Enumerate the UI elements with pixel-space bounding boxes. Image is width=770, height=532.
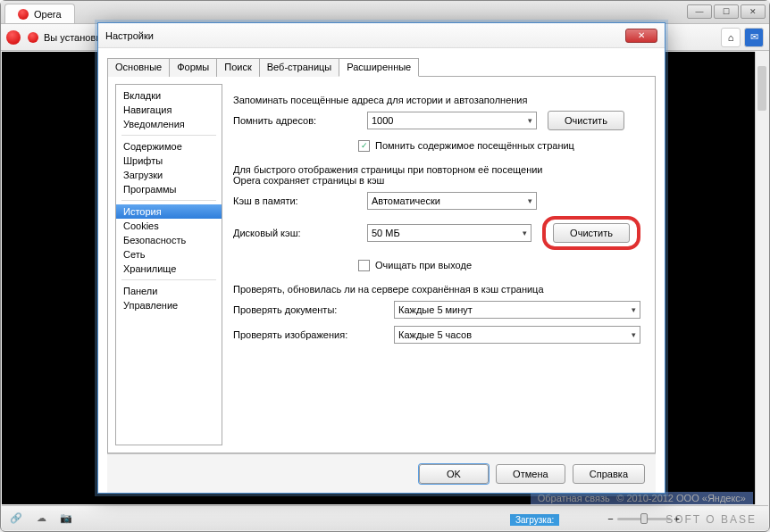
highlight-ring: Очистить (542, 216, 640, 250)
sidebar-item-панели[interactable]: Панели (116, 284, 222, 298)
clear-on-exit-label: Очищать при выходе (375, 260, 472, 270)
clear-history-button[interactable]: Очистить (548, 111, 624, 130)
sidebar-item-уведомления[interactable]: Уведомления (116, 117, 222, 131)
dialog-tabs: ОсновныеФормыПоискВеб-страницыРасширенны… (107, 57, 656, 77)
opera-logo-icon (18, 9, 29, 20)
maximize-button[interactable]: ☐ (714, 4, 739, 19)
sidebar-item-сеть[interactable]: Сеть (116, 247, 222, 262)
settings-pane: Запоминать посещённые адреса для истории… (230, 77, 655, 453)
tab-веб-страницы[interactable]: Веб-страницы (259, 58, 340, 77)
sidebar-item-управление[interactable]: Управление (116, 298, 222, 312)
zoom-out-icon[interactable]: − (607, 513, 613, 524)
sidebar-separator (121, 279, 216, 280)
link-icon[interactable]: 🔗 (9, 511, 23, 526)
browser-tab[interactable]: Opera (4, 4, 75, 23)
sidebar-item-навигация[interactable]: Навигация (116, 103, 222, 117)
clear-disk-cache-button[interactable]: Очистить (553, 223, 630, 243)
sidebar-item-программы[interactable]: Программы (116, 182, 222, 196)
site-icon (28, 32, 38, 43)
tab-расширенные[interactable]: Расширенные (339, 58, 419, 77)
tab-bar: Opera (1, 1, 769, 24)
cache-intro: Для быстрого отображения страницы при по… (233, 164, 640, 186)
watermark: SOFT O BASE (665, 513, 757, 526)
copyright-bar: Обратная связь © 2010-2012 ООО «Яндекс» (531, 492, 753, 504)
home-icon[interactable]: ⌂ (721, 28, 741, 47)
disk-cache-label: Дисковый кэш: (233, 228, 367, 238)
tab-title: Opera (34, 9, 62, 20)
sidebar-separator (121, 200, 216, 201)
check-docs-label: Проверять документы: (233, 304, 394, 315)
browser-window: — ☐ ✕ Opera Вы установи ← → ⌂ ✉ Обратная… (0, 0, 770, 532)
remember-content-checkbox[interactable]: ✓ (358, 140, 370, 152)
camera-icon[interactable]: 📷 (59, 511, 73, 526)
sidebar-item-шрифты[interactable]: Шрифты (116, 154, 222, 168)
dialog-title: Настройки (105, 30, 154, 41)
tab-поиск[interactable]: Поиск (216, 58, 259, 77)
close-button[interactable]: ✕ (741, 4, 766, 19)
sidebar-item-загрузки[interactable]: Загрузки (116, 168, 222, 182)
ok-button[interactable]: OK (419, 464, 489, 484)
sidebar-separator (121, 135, 216, 136)
cancel-button[interactable]: Отмена (496, 464, 565, 484)
minimize-button[interactable]: — (687, 4, 712, 19)
window-controls: — ☐ ✕ (687, 4, 766, 19)
check-docs-combo[interactable]: Каждые 5 минут (394, 301, 640, 319)
help-button[interactable]: Справка (573, 464, 645, 484)
sidebar-item-безопасность[interactable]: Безопасность (116, 233, 222, 247)
vertical-scrollbar[interactable] (755, 52, 768, 504)
mem-cache-label: Кэш в памяти: (233, 195, 367, 206)
check-imgs-label: Проверять изображения: (233, 329, 394, 340)
remember-content-label: Помнить содержимое посещённых страниц (375, 140, 574, 151)
check-imgs-combo[interactable]: Каждые 5 часов (394, 326, 640, 344)
loading-badge: Загрузка: (510, 514, 559, 526)
cloud-icon[interactable]: ☁ (34, 511, 48, 526)
sidebar-item-история[interactable]: История (116, 204, 222, 219)
remember-count-label: Помнить адресов: (233, 115, 367, 126)
sidebar-item-хранилище[interactable]: Хранилище (116, 262, 222, 276)
dialog-titlebar: Настройки ✕ (98, 23, 665, 48)
address-field[interactable]: Вы установи (24, 32, 101, 43)
remember-intro: Запоминать посещённые адреса для истории… (233, 95, 640, 105)
sidebar-item-содержимое[interactable]: Содержимое (116, 139, 222, 154)
sidebar-item-cookies[interactable]: Cookies (116, 219, 222, 233)
mail-icon[interactable]: ✉ (744, 28, 764, 47)
remember-count-combo[interactable]: 1000 (367, 112, 537, 129)
tab-основные[interactable]: Основные (107, 58, 170, 77)
clear-on-exit-checkbox[interactable] (358, 260, 370, 271)
opera-menu-icon[interactable] (6, 30, 21, 45)
disk-cache-combo[interactable]: 50 МБ (367, 224, 531, 242)
dialog-footer: OK Отмена Справка (107, 453, 656, 493)
sidebar-item-вкладки[interactable]: Вкладки (116, 88, 222, 103)
tab-формы[interactable]: Формы (169, 58, 217, 77)
dialog-close-button[interactable]: ✕ (625, 29, 657, 43)
address-text: Вы установи (44, 32, 101, 43)
settings-sidebar: ВкладкиНавигацияУведомленияСодержимоеШри… (115, 84, 222, 445)
check-intro: Проверять, обновилась ли на сервере сохр… (233, 284, 640, 295)
settings-dialog: Настройки ✕ ОсновныеФормыПоискВеб-страни… (97, 22, 665, 494)
mem-cache-combo[interactable]: Автоматически (367, 192, 537, 210)
